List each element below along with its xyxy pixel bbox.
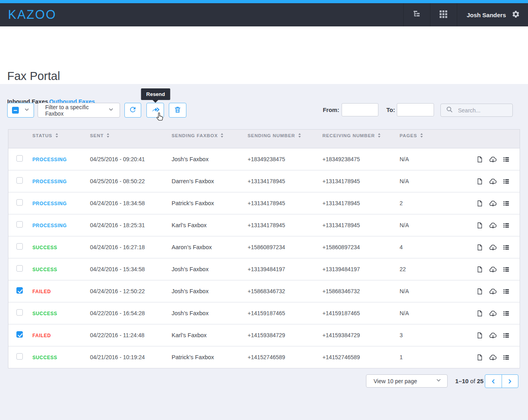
view-document-icon[interactable] — [476, 200, 484, 207]
pages-cell: 4 — [400, 244, 456, 250]
view-document-icon[interactable] — [476, 354, 484, 361]
download-icon[interactable] — [489, 331, 497, 340]
view-document-icon[interactable] — [476, 332, 484, 339]
pages-cell: N/A — [400, 288, 456, 294]
download-icon[interactable] — [489, 199, 497, 208]
details-list-icon[interactable] — [502, 244, 510, 251]
details-list-icon[interactable] — [502, 288, 510, 295]
details-list-icon[interactable] — [502, 354, 510, 361]
row-checkbox[interactable] — [16, 199, 23, 206]
row-checkbox[interactable] — [16, 155, 23, 162]
download-icon[interactable] — [489, 155, 497, 164]
search-input[interactable] — [457, 107, 511, 114]
column-label: RECEIVING NUMBER — [322, 133, 375, 138]
view-document-icon[interactable] — [476, 288, 484, 295]
row-checkbox[interactable] — [16, 331, 23, 338]
sent-cell: 04/24/2016 - 16:27:18 — [90, 244, 172, 250]
download-icon[interactable] — [489, 353, 497, 362]
delete-button[interactable] — [169, 103, 186, 118]
status-badge: FAILED — [32, 289, 51, 294]
sort-icon — [221, 133, 223, 138]
row-checkbox[interactable] — [16, 243, 23, 250]
refresh-button[interactable] — [124, 103, 141, 118]
row-checkbox[interactable] — [16, 353, 23, 360]
status-badge: PROCESSING — [32, 157, 67, 162]
gear-icon[interactable] — [512, 10, 520, 20]
receiving-number-cell: +13134178945 — [322, 178, 400, 184]
details-list-icon[interactable] — [502, 200, 510, 207]
table-body: PROCESSING 04/25/2016 - 09:20:41 Josh’s … — [8, 148, 520, 368]
per-page-select[interactable]: View 10 per page — [366, 374, 448, 388]
row-checkbox[interactable] — [16, 287, 23, 294]
details-list-icon[interactable] — [502, 156, 510, 163]
row-checkbox[interactable] — [16, 221, 23, 228]
download-icon[interactable] — [489, 309, 497, 318]
user-name: Josh Sanders — [467, 12, 506, 18]
column-label: SENDING NUMBER — [248, 133, 295, 138]
apps-menu-button[interactable] — [430, 3, 457, 26]
details-list-icon[interactable] — [502, 266, 510, 273]
next-page-button[interactable] — [502, 375, 518, 388]
sent-cell: 04/21/2016 - 10:19:24 — [90, 354, 172, 360]
view-document-icon[interactable] — [476, 178, 484, 185]
view-document-icon[interactable] — [476, 310, 484, 317]
table-row: FAILED 04/24/2016 - 12:50:22 Josh’s Faxb… — [8, 280, 520, 302]
top-accent-bar — [0, 0, 528, 3]
search-box[interactable] — [440, 104, 513, 117]
previous-page-button[interactable] — [485, 375, 502, 388]
from-date-input[interactable] — [342, 103, 378, 116]
pagination-controls — [485, 374, 518, 388]
top-navbar: KAZOO Josh Sanders — [0, 3, 528, 26]
sent-cell: 04/24/2016 - 18:34:58 — [90, 200, 172, 206]
download-icon[interactable] — [489, 221, 497, 230]
select-all-checkbox-indeterminate[interactable] — [12, 107, 19, 114]
view-document-icon[interactable] — [476, 244, 484, 251]
pages-cell: 22 — [400, 266, 456, 272]
row-checkbox[interactable] — [16, 309, 23, 316]
apps-grid-icon — [439, 10, 448, 20]
user-menu[interactable]: Josh Sanders — [457, 3, 528, 26]
download-icon[interactable] — [489, 265, 497, 274]
select-all-dropdown[interactable] — [7, 103, 34, 118]
view-document-icon[interactable] — [476, 222, 484, 229]
details-list-icon[interactable] — [502, 310, 510, 317]
column-header-sent[interactable]: SENT — [90, 133, 172, 138]
details-list-icon[interactable] — [502, 222, 510, 229]
view-document-icon[interactable] — [476, 266, 484, 273]
download-icon[interactable] — [489, 243, 497, 252]
kazoo-logo[interactable]: KAZOO — [8, 8, 56, 22]
sent-cell: 04/22/2016 - 11:24:48 — [90, 332, 172, 338]
receiving-number-cell: +18349238475 — [322, 156, 400, 162]
column-header-receiving-number[interactable]: RECEIVING NUMBER — [322, 133, 400, 138]
column-header-pages[interactable]: PAGES — [400, 133, 456, 138]
view-document-icon[interactable] — [476, 156, 484, 163]
column-header-sending-faxbox[interactable]: SENDING FAXBOX — [172, 133, 248, 138]
details-list-icon[interactable] — [502, 178, 510, 185]
download-icon[interactable] — [489, 177, 497, 186]
to-date-input[interactable] — [397, 103, 434, 116]
table-row: PROCESSING 04/25/2016 - 09:20:41 Josh’s … — [8, 148, 520, 170]
row-checkbox[interactable] — [16, 265, 23, 272]
sending-number-cell: +13134178945 — [248, 222, 322, 228]
column-header-status[interactable]: STATUS — [32, 133, 90, 138]
pages-cell: N/A — [400, 178, 456, 184]
download-icon[interactable] — [489, 287, 497, 296]
sort-icon — [378, 133, 380, 138]
status-badge: PROCESSING — [32, 223, 67, 228]
details-list-icon[interactable] — [502, 332, 510, 339]
account-hierarchy-button[interactable] — [403, 3, 430, 26]
sent-cell: 04/24/2016 - 18:25:31 — [90, 222, 172, 228]
sending-faxbox-cell: Karl’s Faxbox — [172, 222, 248, 228]
sending-faxbox-cell: Karl’s Faxbox — [172, 332, 248, 338]
column-header-sending-number[interactable]: SENDING NUMBER — [248, 133, 322, 138]
hierarchy-icon — [412, 10, 421, 20]
row-checkbox[interactable] — [16, 177, 23, 184]
per-page-label: View 10 per page — [374, 378, 436, 384]
range-of: of — [470, 378, 476, 384]
pages-cell: N/A — [400, 310, 456, 316]
faxbox-filter-select[interactable]: Filter to a specific Faxbox — [38, 103, 120, 118]
range-current: 1–10 — [455, 378, 468, 384]
table-row: SUCCESS 04/24/2016 - 15:34:58 Josh’s Fax… — [8, 258, 520, 280]
sending-number-cell: +15860897234 — [248, 244, 322, 250]
sending-number-cell: +13134178945 — [248, 178, 322, 184]
